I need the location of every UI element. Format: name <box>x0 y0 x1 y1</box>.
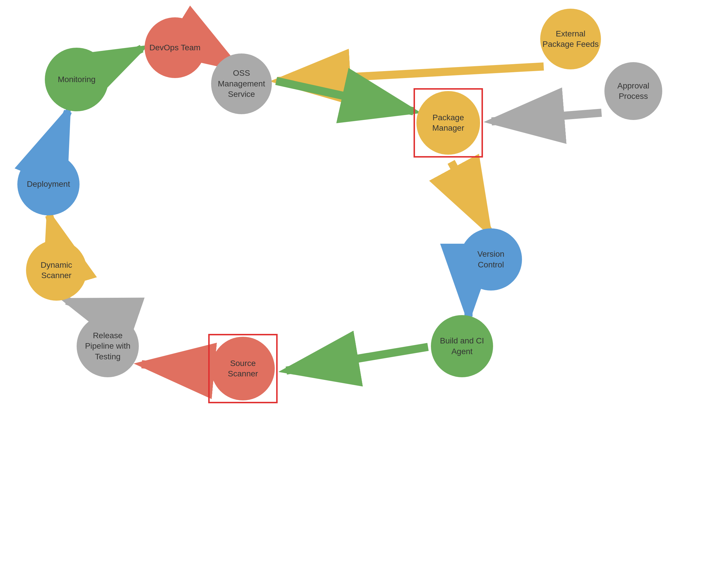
svg-line-14 <box>492 113 602 121</box>
package-manager-box: PackageManager <box>414 88 483 158</box>
svg-line-12 <box>278 66 544 81</box>
approval-process-label: ApprovalProcess <box>618 81 650 102</box>
svg-line-20 <box>49 215 56 240</box>
source-scanner-node: SourceScanner <box>211 337 275 400</box>
source-scanner-label: SourceScanner <box>228 358 258 379</box>
svg-line-15 <box>451 162 489 231</box>
deployment-node: Deployment <box>17 153 79 215</box>
monitoring-label: Monitoring <box>58 74 96 85</box>
external-package-feeds-node: ExternalPackage Feeds <box>540 9 601 69</box>
oss-management-label: OSSManagementService <box>218 68 265 99</box>
deployment-label: Deployment <box>27 179 70 189</box>
release-pipeline-node: ReleasePipeline withTesting <box>77 315 139 377</box>
monitoring-node: Monitoring <box>45 48 108 111</box>
build-ci-label: Build and CIAgent <box>440 336 484 357</box>
svg-line-18 <box>142 364 211 371</box>
build-ci-node: Build and CIAgent <box>431 315 493 377</box>
approval-process-node: ApprovalProcess <box>605 62 662 120</box>
version-control-node: VersionControl <box>460 228 522 291</box>
oss-management-node: OSSManagementService <box>211 53 272 114</box>
dynamic-scanner-label: DynamicScanner <box>41 260 72 281</box>
devops-team-label: DevOps Team <box>150 42 201 53</box>
external-package-feeds-label: ExternalPackage Feeds <box>542 29 599 50</box>
package-manager-label: PackageManager <box>432 112 464 133</box>
svg-line-13 <box>276 81 414 111</box>
package-manager-node: PackageManager <box>417 91 480 155</box>
devops-team-node: DevOps Team <box>145 17 205 78</box>
release-pipeline-label: ReleasePipeline withTesting <box>85 330 131 362</box>
dynamic-scanner-node: DynamicScanner <box>26 240 87 301</box>
svg-line-19 <box>66 301 108 315</box>
svg-line-21 <box>51 111 68 155</box>
svg-line-17 <box>286 347 428 371</box>
source-scanner-box: SourceScanner <box>208 334 278 403</box>
version-control-label: VersionControl <box>477 249 504 270</box>
